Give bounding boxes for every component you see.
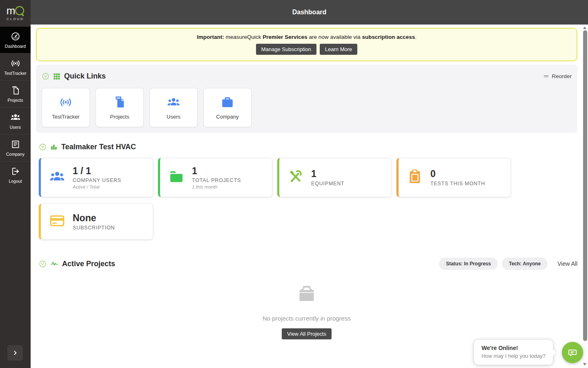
stat-body: 0 TESTS THIS MONTH	[430, 168, 485, 186]
sidebar-item-projects[interactable]: Projects	[0, 80, 31, 107]
documents-icon	[113, 95, 127, 109]
logo-cloud-label: CLOUD	[7, 17, 24, 21]
sidebar-item-label: Users	[10, 125, 21, 130]
collapse-chevron-icon[interactable]	[42, 72, 49, 80]
chat-icon	[567, 347, 578, 358]
sidebar-item-dashboard[interactable]: Dashboard	[0, 26, 31, 53]
chat-launcher-button[interactable]	[562, 342, 583, 363]
company-stats-header: Tealmaker Test HVAC	[39, 143, 577, 151]
stat-body: 1 TOTAL PROJECTS 1 this month	[192, 166, 241, 189]
banner-text-3: .	[415, 34, 416, 40]
chat-status-bubble[interactable]: We're Online! How may I help you today?	[474, 340, 553, 365]
stat-sublabel: 1 this month	[192, 184, 241, 189]
chevron-right-icon	[11, 349, 19, 357]
quick-link-label: Users	[167, 114, 180, 120]
stat-label: SUBSCRIPTION	[73, 225, 115, 231]
signal-icon	[10, 58, 21, 69]
main-area: Dashboard Important: measureQuick Premie…	[31, 0, 588, 368]
quick-links-panel: Quick Links Reorder	[36, 65, 577, 133]
stat-value: 1	[192, 166, 241, 176]
scrollbar-thumb[interactable]	[583, 30, 587, 341]
manage-subscription-button[interactable]: Manage Subscription	[256, 44, 316, 55]
sidebar-item-label: TestTracker	[4, 71, 26, 76]
scrollbar[interactable]	[582, 25, 588, 368]
quick-link-label: Company	[216, 114, 239, 120]
quick-links-header: Quick Links Reorder	[42, 72, 572, 81]
quick-link-label: TestTracker	[52, 114, 79, 120]
users-icon	[167, 95, 180, 109]
stat-label: TOTAL PROJECTS	[192, 177, 241, 183]
active-projects-header: Active Projects Status: In Progress Tech…	[39, 258, 577, 270]
tools-icon	[287, 168, 304, 186]
stat-sublabel: Active / Total	[73, 184, 121, 189]
bar-chart-icon	[50, 144, 58, 151]
signal-icon	[59, 95, 73, 109]
stat-value: None	[73, 213, 115, 223]
sidebar: m CLOUD Dashboard TestTracker	[0, 0, 31, 368]
toolbox-icon	[295, 282, 318, 305]
users-icon	[49, 168, 65, 186]
company-stats-title: Tealmaker Test HVAC	[61, 143, 136, 151]
top-header: Dashboard	[31, 0, 588, 25]
documents-icon	[10, 85, 21, 96]
stat-label: COMPANY USERS	[73, 177, 121, 183]
sidebar-item-label: Projects	[8, 98, 23, 103]
filter-status-pill[interactable]: Status: In Progress	[439, 258, 498, 270]
sidebar-item-logout[interactable]: Logout	[0, 161, 31, 188]
logo-letter-m: m	[7, 5, 15, 16]
scroll-down-arrow[interactable]	[583, 363, 586, 366]
banner-subscription: subscription access	[362, 34, 415, 40]
folder-icon	[168, 168, 185, 186]
sidebar-item-users[interactable]: Users	[0, 107, 31, 134]
banner-important: Important:	[197, 34, 224, 40]
filter-tech-pill[interactable]: Tech: Anyone	[502, 258, 548, 270]
stat-label: TESTS THIS MONTH	[430, 181, 485, 186]
scroll-up-arrow[interactable]	[583, 27, 586, 29]
content-area: Important: measureQuick Premier Services…	[31, 25, 588, 368]
stat-body: 1 EQUIPMENT	[311, 168, 345, 186]
banner-premier: Premier Services	[263, 34, 307, 40]
stat-value: 1 / 1	[73, 166, 121, 176]
reorder-button[interactable]: Reorder	[543, 73, 572, 79]
banner-text-1: measureQuick	[224, 34, 263, 40]
briefcase-icon	[220, 95, 234, 109]
stat-label: EQUIPMENT	[311, 181, 345, 186]
reorder-label: Reorder	[552, 73, 572, 79]
page-title: Dashboard	[292, 9, 327, 16]
sidebar-expand-button[interactable]	[7, 345, 23, 361]
sidebar-item-label: Company	[6, 152, 24, 157]
empty-state-text: No projects currently in progress	[263, 315, 351, 322]
logo-row: m	[7, 5, 24, 16]
banner-message: Important: measureQuick Premier Services…	[43, 34, 570, 40]
stat-body: None SUBSCRIPTION	[73, 213, 115, 230]
stat-card-company-users: 1 / 1 COMPANY USERS Active / Total	[39, 158, 153, 197]
sidebar-item-testtracker[interactable]: TestTracker	[0, 53, 31, 80]
quick-link-projects[interactable]: Projects	[96, 88, 144, 127]
stat-card-subscription: None SUBSCRIPTION	[39, 204, 153, 240]
learn-more-button[interactable]: Learn More	[320, 44, 357, 55]
collapse-chevron-icon[interactable]	[39, 260, 47, 268]
projects-empty-state: No projects currently in progress View A…	[36, 282, 577, 339]
active-projects-title: Active Projects	[62, 260, 115, 268]
reorder-icon	[543, 73, 549, 79]
view-all-projects-button[interactable]: View All Projects	[282, 328, 332, 339]
stat-card-equipment: 1 EQUIPMENT	[277, 158, 392, 197]
sidebar-item-company[interactable]: Company	[0, 134, 31, 161]
grid-icon	[53, 73, 60, 80]
quick-link-company[interactable]: Company	[203, 88, 252, 127]
quick-links-title: Quick Links	[64, 72, 106, 81]
newspaper-icon	[10, 139, 21, 150]
collapse-chevron-icon[interactable]	[39, 143, 47, 151]
quick-link-testtracker[interactable]: TestTracker	[42, 88, 90, 127]
app-window: m CLOUD Dashboard TestTracker	[0, 0, 588, 368]
logo-q-circle-icon	[15, 6, 24, 15]
banner-buttons: Manage Subscription Learn More	[43, 44, 570, 55]
credit-card-icon	[49, 213, 65, 231]
view-all-link[interactable]: View All	[557, 260, 577, 267]
quick-link-users[interactable]: Users	[149, 88, 198, 127]
pulse-icon	[50, 260, 58, 268]
stat-body: 1 / 1 COMPANY USERS Active / Total	[73, 166, 121, 189]
stat-card-total-projects: 1 TOTAL PROJECTS 1 this month	[158, 158, 272, 197]
app-logo: m CLOUD	[0, 0, 31, 26]
sidebar-item-label: Logout	[9, 179, 22, 184]
